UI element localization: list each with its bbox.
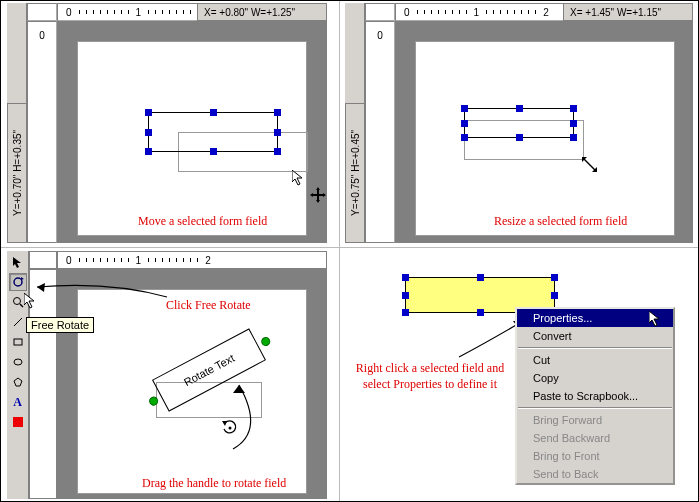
coordinate-readout-y: Y=+0.75" H=+0.45" [345,103,365,243]
svg-point-2 [14,278,22,286]
resize-handle-e[interactable] [570,120,577,127]
pointer-tool-button[interactable] [9,253,27,271]
resize-handle-ne[interactable] [570,105,577,112]
ruler-tick-label: 1 [136,255,142,266]
menu-item-copy[interactable]: Copy [517,369,673,387]
svg-point-7 [14,359,22,365]
ruler-origin [365,3,395,21]
menu-item-bring-to-front: Bring to Front [517,447,673,465]
fill-tool-button[interactable] [9,413,27,431]
resize-handle-s[interactable] [210,148,217,155]
page: Move a selected form field [77,41,307,236]
line-tool-button[interactable] [9,313,27,331]
svg-marker-1 [13,257,21,268]
context-menu[interactable]: Properties... Convert Cut Copy Paste to … [515,307,675,485]
canvas[interactable]: Move a selected form field [57,21,327,243]
ruler-tick-label: 2 [543,7,549,18]
panel-properties: Right click a selected field and select … [345,251,695,499]
divider-vertical [339,1,340,501]
resize-handle-e[interactable] [274,129,281,136]
svg-line-5 [14,318,22,326]
ruler-vertical: 0 [365,21,395,243]
resize-handle-n[interactable] [516,105,523,112]
move-icon [310,187,326,203]
resize-handle-e[interactable] [551,292,558,299]
resize-handle-sw[interactable] [145,148,152,155]
resize-handle-w[interactable] [461,120,468,127]
ruler-tick-label: 0 [404,7,410,18]
ruler-tick-label: 0 [39,30,45,41]
menu-item-convert[interactable]: Convert [517,327,673,345]
ruler-vertical [29,269,57,499]
page: Rotate Text Click Free Rotate Drag the h… [77,289,307,494]
resize-handle-ne[interactable] [551,274,558,281]
caption-click-rotate: Click Free Rotate [166,298,251,313]
ruler-tick-label: 1 [474,7,480,18]
resize-handle-nw[interactable] [145,109,152,116]
ellipse-tool-button[interactable] [9,353,27,371]
resize-handle-sw[interactable] [461,134,468,141]
coordinate-readout-x: X= +0.80" W=+1.25" [197,3,327,21]
coordinate-readout-y: Y=+0.70" H=+0.35" [7,103,27,243]
menu-separator [518,347,672,349]
canvas[interactable]: Resize a selected form field [395,21,693,243]
resize-handle-s[interactable] [477,309,484,316]
selected-field[interactable] [464,108,574,138]
ruler-tick-label: 0 [377,30,383,41]
svg-point-3 [13,298,20,305]
text-tool-button[interactable]: A [9,393,27,411]
tool-palette: A [7,251,29,499]
panel-resize: 0 1 2 X= +1.45" W=+1.15" 0 Y=+0.75" H=+0… [345,3,693,243]
caption-drag-rotate: Drag the handle to rotate field [142,476,286,491]
resize-handle-sw[interactable] [402,309,409,316]
ruler-vertical: 0 [27,21,57,243]
selected-field[interactable] [148,112,278,152]
ruler-tick-label: 0 [66,255,72,266]
tooltip-free-rotate: Free Rotate [26,317,94,333]
zoom-tool-button[interactable] [9,293,27,311]
svg-marker-0 [292,170,302,185]
svg-rect-6 [14,339,22,345]
caption-resize: Resize a selected form field [494,214,627,229]
resize-handle-n[interactable] [210,109,217,116]
rotate-handle[interactable] [260,335,272,347]
menu-item-send-backward: Send Backward [517,429,673,447]
resize-handle-w[interactable] [402,292,409,299]
resize-handle-se[interactable] [274,148,281,155]
ruler-horizontal: 0 1 2 [57,251,327,269]
coordinate-readout-x: X= +1.45" W=+1.15" [563,3,693,21]
caption-move: Move a selected form field [138,214,267,229]
ruler-origin [29,251,57,269]
divider-horizontal [1,247,698,248]
cursor-arrow-icon [292,170,308,186]
resize-handle-n[interactable] [477,274,484,281]
ruler-tick-label: 0 [66,7,72,18]
resize-handle-w[interactable] [145,129,152,136]
rect-tool-button[interactable] [9,333,27,351]
menu-item-bring-forward: Bring Forward [517,411,673,429]
svg-line-4 [20,304,23,307]
ruler-tick-label: 2 [205,255,211,266]
menu-item-send-to-back: Send to Back [517,465,673,483]
free-rotate-tool-button[interactable] [9,273,27,291]
panel-move: 0 1 2 X= +0.80" W=+1.25" 0 Y=+0.70" H=+0… [7,3,327,243]
resize-handle-s[interactable] [516,134,523,141]
menu-item-properties[interactable]: Properties... [517,309,673,327]
caption-properties: Right click a selected field and select … [345,361,515,392]
polygon-tool-button[interactable] [9,373,27,391]
panel-rotate: A 0 1 2 Rotate Text Click Free Rot [7,251,327,499]
resize-handle-se[interactable] [570,134,577,141]
menu-item-cut[interactable]: Cut [517,351,673,369]
resize-handle-nw[interactable] [402,274,409,281]
page: Resize a selected form field [415,41,675,236]
svg-marker-8 [14,378,22,386]
menu-separator [518,407,672,409]
ruler-origin [27,3,57,21]
menu-item-paste-to-scrapbook[interactable]: Paste to Scrapbook... [517,387,673,405]
resize-handle-ne[interactable] [274,109,281,116]
ruler-tick-label: 1 [136,7,142,18]
resize-handle-nw[interactable] [461,105,468,112]
canvas[interactable]: Rotate Text Click Free Rotate Drag the h… [57,269,327,499]
